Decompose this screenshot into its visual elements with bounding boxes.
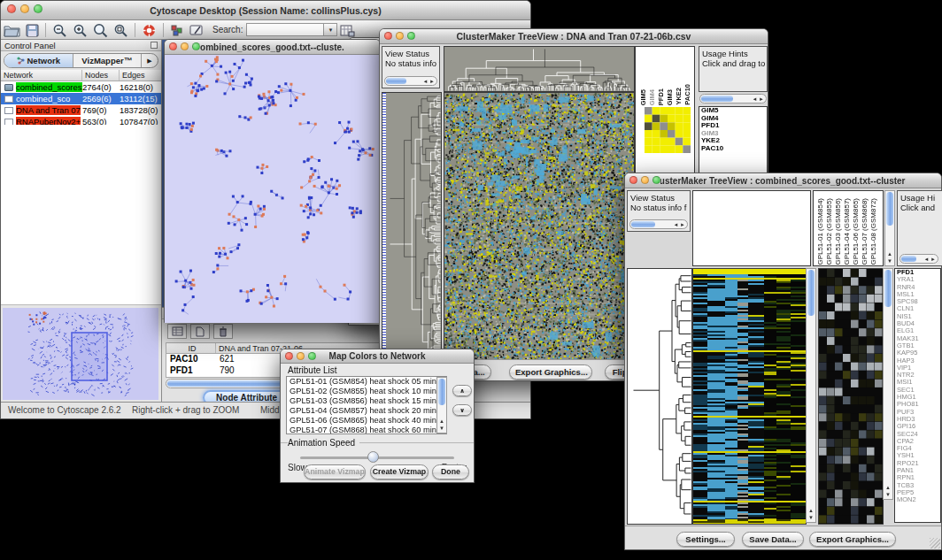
tv2-column-label[interactable]: GPL51-04 (GSM857) xyxy=(843,198,851,265)
tv1-column-label[interactable]: GIM3 xyxy=(666,89,674,105)
tv2-usage-scrollbar[interactable]: ◄ ► xyxy=(900,254,938,264)
open-file-icon[interactable] xyxy=(4,22,20,39)
network-graph-canvas[interactable] xyxy=(165,55,380,323)
zoom-in-icon[interactable] xyxy=(73,22,88,39)
minimize-button[interactable] xyxy=(641,176,649,184)
search-dropdown-arrow[interactable]: ▼ xyxy=(324,23,337,36)
network-item-icon xyxy=(4,96,13,103)
attribute-list-item[interactable]: GPL51-04 (GSM857) heat shock 20 min xyxy=(287,406,446,416)
tv2-settings-button[interactable]: Settings... xyxy=(676,532,735,547)
attribute-list-item[interactable]: GPL51-01 (GSM854) heat shock 05 min xyxy=(287,377,446,387)
tab-network[interactable]: Network xyxy=(4,54,73,67)
treeview2-titlebar[interactable]: ClusterMaker TreeView : combined_scores_… xyxy=(625,173,941,188)
tv2-export-graphics-button[interactable]: Export Graphics... xyxy=(809,532,896,547)
close-button[interactable] xyxy=(285,352,293,360)
network-list-row[interactable]: combined_scores_ 2764(0) 16218(0) xyxy=(1,81,161,93)
attribute-list-scrollbar[interactable]: ▲▼ xyxy=(436,377,447,433)
tv2-column-label[interactable]: GPL51-03 (GSM856) xyxy=(834,198,842,265)
network-overview-thumbnail[interactable] xyxy=(3,308,158,400)
animate-vizmap-button[interactable]: Animate Vizmap xyxy=(304,464,366,479)
tv2-gene-list-scrollbar[interactable]: ▲▼ xyxy=(883,268,893,500)
tv2-heatmap-global[interactable] xyxy=(692,268,807,525)
tv1-heatmap-global[interactable] xyxy=(444,92,635,361)
tv2-heatmap-vscrollbar[interactable]: ▲▼ xyxy=(806,268,816,523)
tv2-button-bar: Settings... Save Data... Export Graphics… xyxy=(625,525,941,549)
tv1-column-dendrogram[interactable] xyxy=(444,46,635,92)
tv1-column-label[interactable]: GIM5 xyxy=(639,89,647,105)
network-nodes-count: 769(0) xyxy=(82,105,120,115)
minimize-button[interactable] xyxy=(20,4,29,13)
tv1-column-label[interactable]: PFD1 xyxy=(657,88,665,105)
tv1-column-label[interactable]: PAC10 xyxy=(683,84,691,105)
tv1-heatmap-zoom-matrix[interactable] xyxy=(645,107,691,153)
tv2-heatmap-zoom[interactable] xyxy=(818,268,884,525)
tv2-column-label[interactable]: GPL51-02 (GSM855) xyxy=(825,198,833,265)
tab-more-arrow[interactable]: ▶ xyxy=(142,54,158,67)
gene-label[interactable]: MON2 xyxy=(895,496,940,503)
dialog-titlebar[interactable]: Map Colors to Network xyxy=(281,349,474,364)
tv2-status-scrollbar[interactable]: ◄ ► xyxy=(629,219,688,229)
new-attribute-icon[interactable] xyxy=(190,324,210,339)
vizmap-nodes-icon[interactable] xyxy=(170,22,184,39)
delete-attribute-icon[interactable] xyxy=(213,324,233,339)
tv1-column-label[interactable]: GIM4 xyxy=(648,89,656,105)
speed-slider-thumb[interactable] xyxy=(367,451,379,463)
main-titlebar[interactable]: Cytoscape Desktop (Session Name: collins… xyxy=(1,1,530,20)
save-icon[interactable] xyxy=(26,22,39,39)
attribute-list-label: Attribute List xyxy=(288,365,337,375)
help-lifering-icon[interactable] xyxy=(142,22,157,39)
tv2-save-data-button[interactable]: Save Data... xyxy=(742,532,804,547)
zoom-button[interactable] xyxy=(308,352,316,360)
tv1-status-scrollbar[interactable]: ◄ ► xyxy=(384,76,437,86)
attribute-list-item[interactable]: GPL51-07 (GSM868) heat shock 60 min xyxy=(287,426,446,434)
select-attributes-icon[interactable] xyxy=(167,324,187,339)
animation-speed-label: Animation Speed xyxy=(288,438,359,448)
zoom-button[interactable] xyxy=(192,42,200,50)
attribute-list-item[interactable]: GPL51-03 (GSM856) heat shock 15 min xyxy=(287,396,446,406)
search-label: Search: xyxy=(212,25,243,39)
resize-grip[interactable] xyxy=(930,538,940,548)
tv1-usage-hints-panel: Usage HintsClick and drag to xyxy=(699,46,768,92)
tv1-usage-scrollbar[interactable]: ◄ ► xyxy=(699,94,767,104)
network-view-titlebar[interactable]: combined_scores_good.txt--cluste... xyxy=(165,40,380,55)
tv2-column-label[interactable]: GPL51-01 (GSM854) xyxy=(816,198,824,265)
move-up-button[interactable]: ∧ xyxy=(452,385,472,396)
tv1-row-label[interactable]: PAC10 xyxy=(699,145,767,153)
zoom-fit-icon[interactable] xyxy=(93,22,108,39)
minimize-button[interactable] xyxy=(297,352,305,360)
close-button[interactable] xyxy=(169,42,177,50)
close-button[interactable] xyxy=(384,32,392,40)
tv2-row-dendrogram[interactable] xyxy=(627,268,692,525)
tab-vizmapper[interactable]: VizMapper™ xyxy=(73,54,143,67)
minimize-button[interactable] xyxy=(181,42,189,50)
network-list-row[interactable]: combined_sco 2569(6) 13112(15) xyxy=(1,93,161,104)
close-button[interactable] xyxy=(629,176,637,184)
zoom-out-icon[interactable] xyxy=(52,22,67,39)
attribute-list-item[interactable]: GPL51-06 (GSM865) heat shock 40 min xyxy=(287,416,446,426)
zoom-button[interactable] xyxy=(407,32,415,40)
done-button[interactable]: Done xyxy=(432,464,469,479)
treeview2-content: View StatusNo status info f ◄ ► GPL51-01… xyxy=(625,188,941,549)
network-item-icon xyxy=(4,84,13,91)
tv1-export-graphics-button[interactable]: Export Graphics... xyxy=(509,364,592,380)
tv1-column-label[interactable]: YKE2 xyxy=(675,88,683,105)
tv1-row-dendrogram[interactable] xyxy=(382,92,442,361)
tv2-column-label[interactable]: GPL51-08 (GSM872) xyxy=(869,198,877,265)
tv2-column-tree-area[interactable] xyxy=(692,190,811,266)
minimize-button[interactable] xyxy=(396,32,404,40)
treeview1-titlebar[interactable]: ClusterMaker TreeView : DNA and Tran 07-… xyxy=(380,29,768,44)
tv2-column-label[interactable]: GPL51-07 (GSM868) xyxy=(861,198,869,265)
search-input[interactable] xyxy=(246,23,324,36)
tv2-column-label[interactable]: GPL51-06 (GSM865) xyxy=(852,198,860,265)
zoom-button[interactable] xyxy=(652,176,660,184)
move-down-button[interactable]: ∨ xyxy=(452,404,472,416)
network-list-row[interactable]: DNA and Tran 07 769(0) 183728(0) xyxy=(1,104,161,116)
attribute-list-item[interactable]: GPL51-02 (GSM855) heat shock 10 min xyxy=(287,387,446,396)
annotation-icon[interactable] xyxy=(189,22,205,39)
close-button[interactable] xyxy=(7,4,16,13)
zoom-selected-icon[interactable] xyxy=(113,22,128,39)
treeview1-title: ClusterMaker TreeView : DNA and Tran 07-… xyxy=(415,29,732,43)
create-vizmap-button[interactable]: Create Vizmap xyxy=(370,464,429,479)
float-panel-icon[interactable] xyxy=(151,42,158,49)
tv2-column-labels-scrollbar[interactable]: ▲▼ xyxy=(884,190,895,266)
